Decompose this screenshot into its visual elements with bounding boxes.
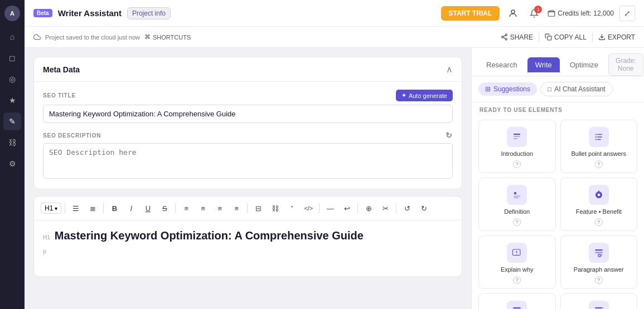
grid-icon: ⊞ [485,85,491,93]
element-paragraph-compression[interactable]: Paragraph compression ? [560,293,638,309]
svg-rect-26 [595,252,603,253]
seo-description-textarea[interactable] [43,143,453,179]
grade-tab[interactable]: Grade: None [608,53,643,76]
p-label: p [43,248,46,254]
header: Beta Writer Assistant Project info START… [25,0,644,27]
sidebar-item-file[interactable]: ◻ [3,49,21,67]
tab-write[interactable]: Write [527,57,560,72]
svg-rect-31 [595,307,603,308]
cloud-icon [33,33,41,41]
toolbar-align-left[interactable]: ≡ [179,201,193,215]
suggestions-button[interactable]: ⊞ Suggestions [478,82,537,96]
ai-chat-button[interactable]: □ AI Chat Assistant [540,82,613,96]
editor-content[interactable]: H1 Mastering Keyword Optimization: A Com… [34,220,462,276]
explain-why-help[interactable]: ? [513,276,521,284]
introduction-help[interactable]: ? [513,160,521,168]
bullet-answers-label: Bullet point answers [572,150,626,157]
chat-icon: □ [548,85,551,93]
wand-icon: ✦ [401,92,406,99]
explain-why-label: Explain why [501,266,534,273]
toolbar-dash[interactable]: — [323,201,337,215]
sidebar-item-edit[interactable]: ✎ [3,112,21,130]
toolbar-align-center[interactable]: ≡ [196,201,210,215]
svg-rect-20 [514,198,519,199]
avatar[interactable]: A [4,6,20,21]
seo-title-input[interactable] [43,105,453,123]
toolbar-italic[interactable]: I [124,201,138,215]
meta-data-body: SEO TITLE ✦ Auto generate SEO DESCRIPTIO… [34,82,462,189]
sidebar-item-home[interactable]: ⌂ [3,28,21,46]
notification-badge: 1 [534,6,542,13]
svg-point-14 [595,136,596,138]
toolbar-underline[interactable]: U [141,201,155,215]
toolbar-link[interactable]: ⛓ [268,201,282,215]
element-explain-why[interactable]: Explain why ? [478,236,556,289]
introduction-icon [507,127,527,147]
h1-label: H1 [43,232,50,243]
editor-h1[interactable]: Mastering Keyword Optimization: A Compre… [55,228,364,243]
svg-point-23 [598,191,599,193]
toolbar-image[interactable]: ⊟ [251,201,265,215]
bullet-answers-icon [589,127,609,147]
notifications-button[interactable]: 1 [526,6,542,21]
element-feature-benefit[interactable]: Feature • Benefit ? [560,178,638,231]
editor-panel: Meta Data ∧ SEO TITLE ✦ Auto generate [25,48,471,309]
project-info-button[interactable]: Project info [127,7,171,19]
toolbar-bold[interactable]: B [107,201,122,215]
toolbar-return[interactable]: ↩ [340,201,354,215]
refresh-icon[interactable]: ↻ [446,131,453,140]
svg-rect-11 [514,138,518,139]
element-definition[interactable]: Definition ? [478,178,556,231]
toolbar-undo[interactable]: ↺ [400,201,414,215]
editor-card: H1 ▾ ☰ ≣ B I U S ≡ ≡ ≡ ≡ [33,196,462,277]
svg-rect-10 [514,136,520,138]
paragraph-compression-icon [589,301,609,309]
svg-rect-13 [597,134,602,135]
sidebar-item-link[interactable]: ⛓ [3,134,21,151]
sidebar-item-search[interactable]: ◎ [3,70,21,88]
tab-optimize[interactable]: Optimize [562,57,606,72]
element-introduction[interactable]: Introduction ? [478,120,556,173]
definition-help[interactable]: ? [513,218,521,226]
toolbar-sep-1 [65,203,65,213]
toolbar-strikethrough[interactable]: S [157,201,172,215]
paragraph-continuation-icon [507,301,527,309]
heading-selector[interactable]: H1 ▾ [41,203,61,214]
tab-research[interactable]: Research [478,57,525,72]
toolbar-code[interactable]: </> [301,201,316,215]
start-trial-button[interactable]: START TRIAL [441,6,500,21]
bullet-answers-help[interactable]: ? [595,160,603,168]
shortcuts-button[interactable]: ⌘ SHORTCUTS [144,33,191,41]
toolbar-scissors[interactable]: ✂ [378,201,393,215]
copy-all-button[interactable]: COPY ALL [545,33,587,41]
separator [539,33,539,42]
export-button[interactable]: EXPORT [598,33,635,41]
collapse-icon[interactable]: ∧ [446,64,453,75]
toolbar-align-right[interactable]: ≡ [212,201,227,215]
element-paragraph-answer[interactable]: ? Paragraph answer ? [560,236,638,289]
expand-button[interactable]: ⤢ [619,6,635,21]
toolbar-highlight[interactable]: ⊕ [361,201,376,215]
svg-point-4 [505,38,507,40]
element-paragraph-continuation[interactable]: Paragraph continuation ? [478,293,556,309]
share-button[interactable]: SHARE [501,33,533,41]
toolbar-ordered-list[interactable]: ≣ [85,201,100,215]
subheader: Project saved to the cloud just now ⌘ SH… [25,27,644,48]
suggestions-toolbar: ⊞ Suggestions □ AI Chat Assistant [472,76,644,102]
toolbar-sep-7 [396,203,396,213]
meta-data-title: Meta Data [43,65,80,74]
sidebar-item-settings[interactable]: ⚙ [3,155,21,173]
cloud-save-text: Project saved to the cloud just now [45,34,140,41]
element-bullet-point-answers[interactable]: Bullet point answers ? [560,120,638,173]
explain-why-icon [507,243,527,263]
toolbar-redo[interactable]: ↻ [417,201,431,215]
account-icon-button[interactable] [505,6,521,21]
paragraph-answer-help[interactable]: ? [595,276,603,284]
sidebar-item-star[interactable]: ★ [3,91,21,109]
feature-benefit-help[interactable]: ? [595,218,603,226]
separator-2 [592,33,593,42]
auto-generate-button[interactable]: ✦ Auto generate [396,90,453,101]
toolbar-align-justify[interactable]: ≡ [229,201,244,215]
toolbar-quote[interactable]: " [284,201,299,215]
toolbar-unordered-list[interactable]: ☰ [69,201,83,215]
